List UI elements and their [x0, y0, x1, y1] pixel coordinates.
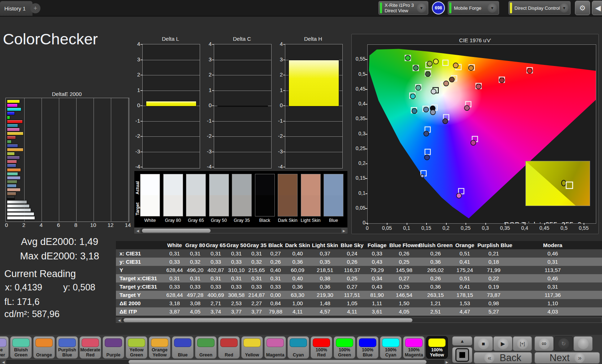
chevron-down-icon[interactable]: ▼ [417, 3, 426, 13]
table-cell: 0,31 [247, 274, 267, 282]
stop-button[interactable]: ■ [474, 336, 493, 351]
next-button[interactable]: Next » [534, 352, 600, 364]
patch-button-swatch [59, 338, 76, 347]
tick [283, 44, 285, 45]
refresh-button[interactable]: ↻ [554, 336, 573, 351]
patch-button-orange-yellow[interactable]: OrangeYellow [149, 336, 170, 359]
patch-window-button[interactable] [452, 347, 472, 363]
meter-dropdown[interactable]: X-Rite i1Pro 3Direct View ▼ [378, 1, 428, 15]
patch-bar-scroll-thumb[interactable] [129, 360, 426, 364]
y-tick-label: -1 [273, 118, 283, 124]
patch-target [232, 195, 251, 216]
table-cell: 628,44 [164, 291, 185, 299]
top-bar: History 1 + X-Rite i1Pro 3Direct View ▼ … [0, 0, 602, 17]
continuous-measure-button[interactable]: ∞ [534, 336, 554, 351]
back-button[interactable]: « Back [474, 352, 532, 364]
plus-icon: + [34, 5, 38, 12]
column-header: Dark Skin [285, 241, 311, 249]
table-cell: 0,51 [452, 274, 477, 282]
tab-history-1[interactable]: History 1 [0, 1, 33, 16]
table-scroll-thumb[interactable] [124, 318, 412, 322]
patch-button-swatch [290, 338, 307, 347]
table-row: Target Y628,44497,28400,69308,58214,870,… [116, 291, 602, 299]
patch-actual [232, 174, 251, 195]
measured-point [405, 56, 410, 61]
patch-button-blue[interactable]: Blue [172, 336, 194, 359]
patch-button-100-red[interactable]: 100%Red [311, 336, 332, 359]
tick [367, 223, 368, 225]
tick [140, 105, 143, 106]
scroll-left-icon[interactable]: ◀ [117, 318, 122, 323]
patch-button-label: BluishGreen [10, 348, 31, 358]
patch-button-100-green[interactable]: 100%Green [334, 336, 355, 359]
current-y-value: y: 0,508 [63, 282, 95, 293]
table-scrollbar[interactable]: ◀ [116, 317, 602, 323]
patch-button-label: BlueFlower [0, 348, 8, 358]
table-cell: 0,25 [389, 258, 419, 266]
avg-de2000-stat: Avg dE2000: 1,49 [0, 236, 119, 247]
strip-scroll-thumb[interactable] [142, 229, 211, 233]
cie-y-tick-label: 0,45 [352, 86, 365, 92]
measure-series-button[interactable]: [+] [513, 336, 532, 351]
table-cell: 263,15 [419, 291, 452, 299]
scroll-right-icon[interactable]: ▶ [444, 360, 450, 364]
patch-button-green[interactable]: Green [195, 336, 217, 359]
patch-button-100-magenta[interactable]: 100%Magenta [403, 336, 425, 359]
table-cell: 0,98 [477, 299, 510, 307]
patch-button-100-cyan[interactable]: 100%Cyan [380, 336, 402, 359]
play-button[interactable]: ▶ [493, 336, 512, 351]
tick [212, 44, 214, 45]
patch-button-100-blue[interactable]: 100%Blue [357, 336, 378, 359]
patch-button-swatch [428, 338, 446, 347]
patch-button-label: Orange [34, 348, 55, 358]
table-cell: 0,26 [267, 258, 285, 266]
measured-point [413, 65, 418, 70]
chevron-down-icon[interactable]: ▼ [560, 3, 568, 13]
patch-button-cyan[interactable]: Cyan [287, 336, 309, 359]
patch-button-purplish-blue[interactable]: PurplishBlue [56, 336, 78, 359]
table-cell: 3,61 [365, 307, 389, 316]
measured-point [425, 71, 430, 76]
table-cell: 3,74 [205, 307, 226, 316]
x-tick-label: 8 [70, 222, 81, 228]
patch-button-purple[interactable]: Purple [103, 336, 124, 359]
extra-tool-button[interactable] [573, 336, 593, 351]
cie-x-tick-label: 0,3 [477, 225, 493, 231]
measured-point [471, 140, 476, 145]
scroll-left-icon[interactable]: ◀ [135, 228, 140, 233]
table-cell: 0,36 [419, 258, 452, 266]
collapse-panel-button[interactable]: ◀ [592, 1, 602, 15]
settings-button[interactable]: ⚙ [575, 1, 590, 15]
patch-button-magenta[interactable]: Magenta [264, 336, 286, 359]
new-tab-button[interactable]: + [30, 3, 40, 13]
patch-button-swatch [0, 338, 7, 347]
scroll-left-icon[interactable]: ◀ [1, 360, 6, 364]
scroll-right-icon[interactable]: ▶ [341, 228, 347, 233]
table-cell: 5,27 [477, 307, 510, 316]
tick [283, 121, 285, 122]
chevron-down-icon[interactable]: ▼ [488, 3, 497, 13]
tick [212, 105, 214, 106]
control-dropdown[interactable]: Direct Display Control ▼ [508, 1, 571, 15]
scroll-up-button[interactable]: ▲ [452, 336, 472, 346]
inset-markers [526, 161, 589, 205]
patch-button-red[interactable]: Red [218, 336, 240, 359]
patch-button-100-yellow[interactable]: 100%Yellow [426, 336, 448, 359]
y-tick-label: 0 [273, 102, 283, 108]
patch-button-bluish-green[interactable]: BluishGreen [10, 336, 32, 359]
strip-scrollbar[interactable]: ◀ ▶ [134, 228, 347, 233]
patch-button-label: Blue [172, 348, 193, 358]
table-cell: 145,98 [389, 266, 419, 274]
patch-button-yellow[interactable]: Yellow [241, 336, 263, 359]
patch-button-blue-flower[interactable]: BlueFlower [0, 336, 9, 359]
patch-button-orange[interactable]: Orange [33, 336, 55, 359]
patch-button-moderate-red[interactable]: ModerateRed [79, 336, 101, 359]
strip-patch-white [140, 174, 160, 216]
gridline [143, 60, 200, 60]
patch-bar-scrollbar[interactable]: ◀ ▶ [0, 359, 450, 364]
tick [283, 90, 285, 91]
table-cell: 0,31 [226, 274, 247, 282]
source-dropdown[interactable]: Mobile Forge ▼ [448, 1, 499, 15]
patch-button-swatch [197, 338, 215, 347]
patch-button-yellow-green[interactable]: YellowGreen [126, 336, 147, 359]
